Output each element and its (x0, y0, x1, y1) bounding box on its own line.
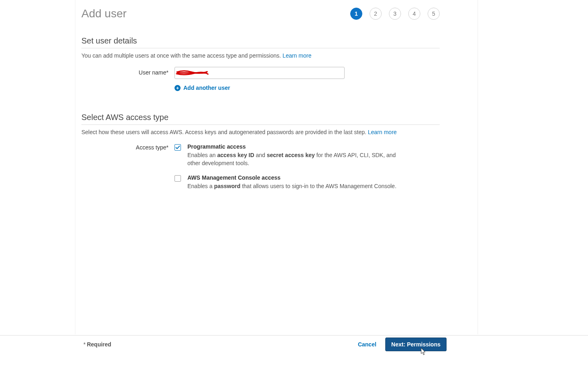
console-access-option: AWS Management Console access Enables a … (175, 174, 400, 191)
console-access-checkbox[interactable] (175, 175, 181, 182)
footer-buttons: Cancel Next: Permissions (358, 338, 447, 351)
programmatic-access-text: Programmatic access Enables an access ke… (183, 143, 400, 167)
content: Add user 1 2 3 4 5 Set user details You … (75, 0, 440, 198)
plus-circle-icon: + (175, 85, 181, 91)
username-input[interactable] (175, 67, 345, 79)
add-another-user-button[interactable]: + Add another user (175, 85, 345, 91)
programmatic-access-title: Programmatic access (187, 143, 400, 150)
learn-more-access-link[interactable]: Learn more (368, 129, 397, 135)
header-row: Add user 1 2 3 4 5 (81, 7, 440, 20)
required-asterisk: * (83, 341, 85, 348)
username-field-wrap: + Add another user (175, 67, 345, 91)
access-type-label: Access type* (81, 143, 175, 151)
next-permissions-button[interactable]: Next: Permissions (385, 338, 447, 351)
required-note: *Required (83, 341, 111, 348)
user-details-description-text: You can add multiple users at once with … (81, 52, 281, 59)
step-4[interactable]: 4 (408, 8, 420, 20)
user-details-description: You can add multiple users at once with … (81, 52, 440, 59)
console-access-text: AWS Management Console access Enables a … (183, 174, 400, 191)
learn-more-link[interactable]: Learn more (283, 52, 312, 59)
access-type-description: Select how these users will access AWS. … (81, 129, 440, 135)
console-access-title: AWS Management Console access (187, 174, 400, 181)
page-title: Add user (81, 7, 127, 20)
step-2[interactable]: 2 (370, 8, 382, 20)
add-another-user-label: Add another user (183, 85, 230, 91)
wizard-steps: 1 2 3 4 5 (350, 8, 440, 20)
step-3[interactable]: 3 (389, 8, 401, 20)
footer-bar: *Required Cancel Next: Permissions (0, 335, 588, 353)
step-5[interactable]: 5 (428, 8, 440, 20)
access-type-options: Programmatic access Enables an access ke… (175, 143, 400, 198)
access-type-description-text: Select how these users will access AWS. … (81, 129, 366, 135)
username-label: User name* (81, 67, 175, 76)
check-icon (175, 145, 180, 150)
content-frame: Add user 1 2 3 4 5 Set user details You … (75, 0, 478, 334)
programmatic-access-checkbox[interactable] (175, 144, 181, 151)
programmatic-access-desc: Enables an access key ID and secret acce… (187, 151, 400, 167)
programmatic-access-option: Programmatic access Enables an access ke… (175, 143, 400, 167)
access-type-heading: Select AWS access type (81, 113, 440, 125)
username-row: User name* + Add another user (81, 67, 440, 91)
access-type-row: Access type* Programmatic access Enables… (81, 143, 440, 198)
step-1[interactable]: 1 (350, 8, 362, 20)
cancel-button[interactable]: Cancel (358, 341, 376, 348)
user-details-heading: Set user details (81, 36, 440, 48)
console-access-desc: Enables a password that allows users to … (187, 182, 400, 191)
